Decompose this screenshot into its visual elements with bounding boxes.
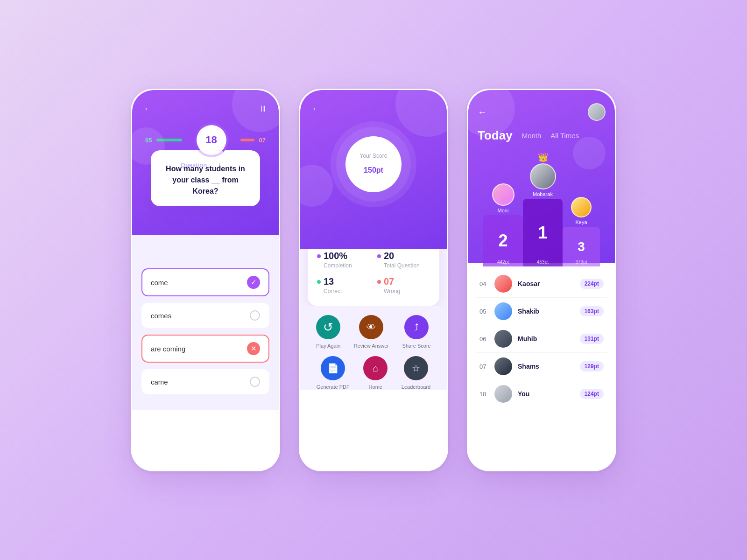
leaderboard-label: Leaderboard: [402, 384, 430, 390]
timer-number: 18: [205, 134, 217, 146]
home-label: Home: [369, 384, 382, 390]
lb-name-kaosar: Kaosar: [518, 280, 574, 287]
lb-avatar-shakib: [494, 302, 512, 320]
tab-month[interactable]: Month: [522, 132, 542, 140]
generate-pdf-button[interactable]: 📄 Generate PDF: [317, 356, 350, 390]
lb-avatar-kaosar: [494, 275, 512, 293]
lb-avatar-shams: [494, 357, 512, 375]
stat-total-val: 20: [384, 251, 394, 261]
option-text-are-coming: are coming: [151, 345, 185, 353]
answer-option-are-coming[interactable]: are coming ✕: [141, 335, 269, 363]
radio-came: [250, 377, 260, 387]
score-header: ← Your Score 150pt: [300, 90, 447, 249]
quiz-body: come ✓ comes are coming ✕ came: [132, 235, 279, 410]
leaderboard-header: ← Today Month All Times Moni 2 442pt: [468, 90, 615, 263]
answer-option-come[interactable]: come ✓: [141, 268, 269, 296]
lb-rank-muhib: 06: [479, 336, 489, 343]
stat-wrong: 07 Wrong: [377, 276, 430, 294]
score-left: 05: [145, 137, 152, 144]
lb-row-shakib: 05 Shakib 163pt: [476, 298, 607, 325]
podium-avatar-keya: [571, 197, 592, 217]
podium-name-keya: Keya: [575, 219, 587, 225]
dot-completion: [317, 254, 321, 258]
lb-pts-muhib: 131pt: [580, 334, 604, 344]
tab-alltime[interactable]: All Times: [550, 132, 579, 140]
phone-score: ← Your Score 150pt 100% Completion: [299, 89, 448, 471]
review-answer-icon: 👁: [359, 315, 383, 339]
stat-total: 20 Total Question: [377, 251, 430, 269]
leaderboard-list: 04 Kaosar 224pt 05 Shakib 163pt 06 Muhib…: [468, 263, 615, 470]
phone-leaderboard: ← Today Month All Times Moni 2 442pt: [467, 89, 616, 471]
leaderboard-icon: ☆: [404, 356, 428, 380]
share-score-label: Share Score: [402, 343, 431, 349]
share-score-icon: ⤴: [404, 315, 429, 339]
podium-avatar-moni: [492, 183, 514, 206]
podium-rank-2: 2: [498, 231, 507, 251]
lb-row-shams: 07 Shams 129pt: [476, 353, 607, 380]
lb-name-shakib: Shakib: [518, 308, 574, 315]
tab-row: Today Month All Times: [478, 128, 606, 143]
podium-rank-1: 1: [538, 223, 547, 243]
red-progress-bar: [240, 139, 254, 141]
leaderboard-nav: ←: [478, 103, 606, 121]
podium-avatar-mobarak: [530, 163, 556, 189]
stats-card: 100% Completion 20 Total Question 13 Cor…: [308, 239, 439, 306]
generate-pdf-icon: 📄: [321, 356, 345, 380]
back-button[interactable]: ←: [143, 103, 153, 114]
leaderboard-button[interactable]: ☆ Leaderboard: [402, 356, 430, 390]
stat-wrong-label: Wrong: [384, 288, 430, 294]
play-again-button[interactable]: ↺ Play Again: [316, 315, 340, 349]
score-value: 150pt: [364, 159, 383, 176]
lb-pts-kaosar: 224pt: [580, 279, 604, 289]
answer-option-comes[interactable]: comes: [141, 303, 269, 328]
lb-name-you: You: [518, 390, 574, 398]
stat-completion-val: 100%: [324, 251, 347, 261]
score-back-button[interactable]: ←: [311, 103, 321, 114]
stat-wrong-val: 07: [384, 276, 394, 287]
crown-icon: 👑: [538, 152, 548, 162]
dot-total: [377, 254, 381, 258]
answer-option-came[interactable]: came: [141, 369, 269, 394]
score-label: Your Score: [360, 153, 388, 159]
score-unit: pt: [376, 166, 383, 174]
home-button[interactable]: ⌂ Home: [363, 356, 388, 390]
question-text: How many students in your class __ from …: [160, 163, 251, 197]
lb-avatar-you: [494, 385, 512, 403]
user-avatar: [588, 103, 606, 121]
stat-completion-label: Completion: [324, 262, 370, 269]
share-score-button[interactable]: ⤴ Share Score: [402, 315, 431, 349]
lb-pts-shakib: 163pt: [580, 306, 604, 316]
lb-row-kaosar: 04 Kaosar 224pt: [476, 270, 607, 298]
podium-bar-1st: 1 453pt: [523, 199, 563, 266]
play-again-icon: ↺: [316, 315, 340, 339]
stat-completion: 100% Completion: [317, 251, 370, 269]
timer-circle: 18: [197, 125, 226, 155]
score-right: 07: [259, 137, 266, 144]
lb-name-shams: Shams: [518, 363, 574, 370]
review-answer-button[interactable]: 👁 Review Answer: [354, 315, 389, 349]
lb-pts-you: 124pt: [580, 389, 604, 399]
filter-icon[interactable]: ⫼: [259, 104, 268, 113]
tab-today[interactable]: Today: [478, 128, 513, 143]
lb-rank-shakib: 05: [479, 308, 489, 315]
lb-rank-shams: 07: [479, 363, 489, 370]
generate-pdf-label: Generate PDF: [317, 384, 350, 390]
actions-row-1: ↺ Play Again 👁 Review Answer ⤴ Share Sco…: [310, 315, 437, 349]
stat-correct-label: Correct: [324, 288, 370, 294]
podium-1st: 👑 Mobarak 1 453pt: [523, 152, 563, 266]
lb-back-button[interactable]: ←: [478, 107, 487, 118]
question-card: How many students in your class __ from …: [151, 150, 260, 206]
podium-bar-2nd: 2 442pt: [483, 215, 523, 266]
podium-rank-3: 3: [578, 239, 585, 254]
phones-container: ← ⫼ 05 18 07 Question 13 / 20: [131, 89, 616, 471]
green-progress-bar: [156, 139, 182, 141]
podium-pts-keya: 373pt: [575, 259, 587, 265]
stat-correct-val: 13: [324, 276, 334, 287]
stat-correct: 13 Correct: [317, 276, 370, 294]
actions-row-2: 📄 Generate PDF ⌂ Home ☆ Leaderboard: [310, 356, 437, 390]
score-number: 150: [364, 166, 376, 174]
lb-rank-you: 18: [479, 391, 489, 398]
option-text-comes: comes: [151, 312, 171, 320]
podium-name-mobarak: Mobarak: [533, 191, 553, 197]
review-answer-label: Review Answer: [354, 343, 389, 349]
